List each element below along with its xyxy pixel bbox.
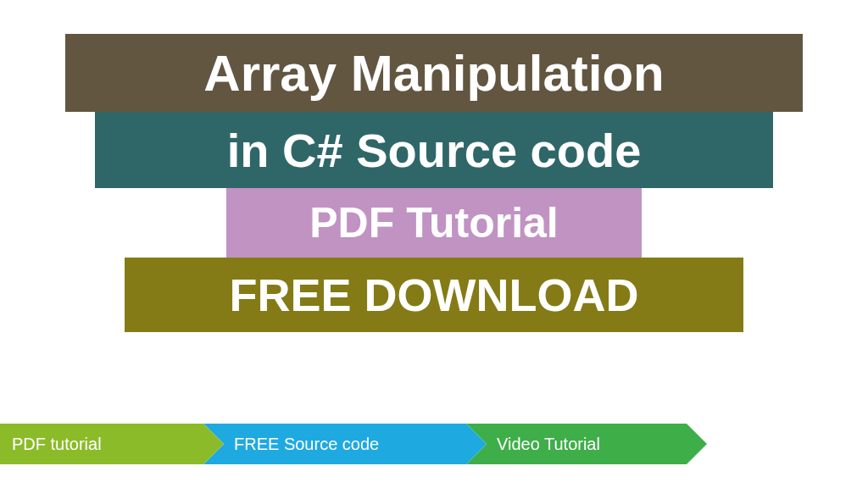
title-line-2: in C# Source code (227, 123, 642, 178)
chevron-label: FREE Source code (234, 435, 379, 454)
title-line-3: PDF Tutorial (309, 198, 559, 247)
title-line-4: FREE DOWNLOAD (230, 269, 639, 321)
banner-stack: Array Manipulation in C# Source code PDF… (0, 0, 868, 332)
title-bar-2: in C# Source code (95, 112, 773, 188)
title-bar-3: PDF Tutorial (226, 188, 642, 258)
chevron-video-tutorial[interactable]: Video Tutorial (466, 424, 687, 464)
chevron-label: Video Tutorial (497, 435, 600, 454)
title-bar-1: Array Manipulation (65, 34, 803, 112)
chevron-pdf-tutorial[interactable]: PDF tutorial (0, 424, 203, 464)
chevron-nav: PDF tutorial FREE Source code Video Tuto… (0, 424, 687, 464)
title-bar-4: FREE DOWNLOAD (125, 258, 743, 332)
chevron-label: PDF tutorial (12, 435, 102, 454)
chevron-free-source-code[interactable]: FREE Source code (203, 424, 466, 464)
title-line-1: Array Manipulation (203, 44, 664, 103)
